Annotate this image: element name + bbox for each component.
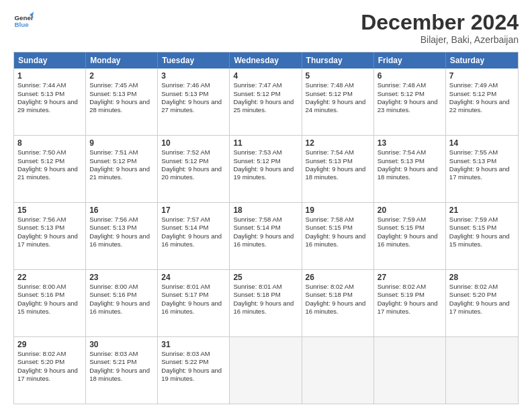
calendar-row-2: 8Sunrise: 7:50 AMSunset: 5:12 PMDaylight… (14, 136, 518, 203)
calendar-cell: 31Sunrise: 8:03 AMSunset: 5:22 PMDayligh… (158, 337, 230, 404)
sunrise-text: Sunrise: 7:59 AM (378, 216, 442, 224)
sunrise-text: Sunrise: 7:45 AM (89, 81, 154, 89)
header-cell-saturday: Saturday (446, 52, 518, 68)
daylight-text: Daylight: 9 hours and 15 minutes. (449, 232, 515, 249)
day-number: 1 (17, 71, 82, 81)
day-number: 9 (89, 138, 154, 148)
daylight-text: Daylight: 9 hours and 20 minutes. (161, 165, 226, 182)
calendar-cell: 21Sunrise: 7:59 AMSunset: 5:15 PMDayligh… (446, 203, 518, 269)
day-number: 18 (233, 205, 298, 215)
sunset-text: Sunset: 5:19 PM (378, 291, 442, 299)
calendar-cell: 5Sunrise: 7:48 AMSunset: 5:12 PMDaylight… (302, 68, 374, 135)
daylight-text: Daylight: 9 hours and 17 minutes. (17, 367, 82, 383)
daylight-text: Daylight: 9 hours and 16 minutes. (161, 232, 226, 249)
calendar-cell: 4Sunrise: 7:47 AMSunset: 5:12 PMDaylight… (230, 68, 302, 135)
calendar-cell: 7Sunrise: 7:49 AMSunset: 5:12 PMDaylight… (446, 68, 518, 135)
sunrise-text: Sunrise: 8:00 AM (17, 283, 82, 291)
calendar-cell: 24Sunrise: 8:01 AMSunset: 5:17 PMDayligh… (158, 270, 230, 336)
sunrise-text: Sunrise: 7:53 AM (233, 148, 298, 156)
calendar-cell (374, 337, 446, 404)
daylight-text: Daylight: 9 hours and 19 minutes. (161, 367, 226, 383)
sunset-text: Sunset: 5:17 PM (161, 291, 226, 299)
sunset-text: Sunset: 5:15 PM (378, 224, 442, 232)
header-cell-sunday: Sunday (14, 52, 86, 68)
calendar-cell: 22Sunrise: 8:00 AMSunset: 5:16 PMDayligh… (14, 270, 86, 336)
day-number: 11 (233, 138, 298, 148)
day-number: 20 (378, 205, 442, 215)
day-number: 8 (17, 138, 82, 148)
daylight-text: Daylight: 9 hours and 17 minutes. (378, 300, 442, 316)
calendar-cell: 14Sunrise: 7:55 AMSunset: 5:13 PMDayligh… (446, 136, 518, 202)
calendar-cell: 26Sunrise: 8:02 AMSunset: 5:18 PMDayligh… (302, 270, 374, 336)
title-block: December 2024 Bilajer, Baki, Azerbaijan (361, 11, 519, 45)
day-number: 3 (161, 71, 226, 81)
svg-text:Blue: Blue (15, 21, 30, 28)
sunrise-text: Sunrise: 7:54 AM (306, 148, 370, 156)
calendar-cell: 6Sunrise: 7:48 AMSunset: 5:12 PMDaylight… (374, 68, 446, 135)
sunrise-text: Sunrise: 8:01 AM (161, 283, 226, 291)
sunrise-text: Sunrise: 8:02 AM (378, 283, 442, 291)
calendar-row-1: 1Sunrise: 7:44 AMSunset: 5:13 PMDaylight… (14, 68, 518, 136)
daylight-text: Daylight: 9 hours and 16 minutes. (89, 232, 154, 249)
sunrise-text: Sunrise: 7:44 AM (17, 81, 82, 89)
daylight-text: Daylight: 9 hours and 25 minutes. (233, 98, 298, 115)
day-number: 10 (161, 138, 226, 148)
day-number: 15 (17, 205, 82, 215)
day-number: 26 (306, 273, 370, 282)
daylight-text: Daylight: 9 hours and 16 minutes. (89, 300, 154, 316)
sunrise-text: Sunrise: 7:46 AM (161, 81, 226, 89)
sunset-text: Sunset: 5:14 PM (233, 224, 298, 232)
sunrise-text: Sunrise: 7:51 AM (89, 148, 154, 156)
sunrise-text: Sunrise: 7:54 AM (378, 148, 442, 156)
day-number: 4 (233, 71, 298, 81)
header-cell-friday: Friday (374, 52, 446, 68)
calendar-cell (302, 337, 374, 404)
calendar-header: SundayMondayTuesdayWednesdayThursdayFrid… (14, 52, 518, 68)
daylight-text: Daylight: 9 hours and 29 minutes. (17, 98, 82, 115)
header-cell-wednesday: Wednesday (230, 52, 302, 68)
logo: General Blue (13, 11, 34, 31)
daylight-text: Daylight: 9 hours and 21 minutes. (17, 165, 82, 182)
day-number: 27 (378, 273, 442, 282)
sunset-text: Sunset: 5:16 PM (17, 291, 82, 299)
sunset-text: Sunset: 5:12 PM (378, 90, 442, 98)
calendar-cell: 13Sunrise: 7:54 AMSunset: 5:13 PMDayligh… (374, 136, 446, 202)
day-number: 25 (233, 273, 298, 282)
day-number: 22 (17, 273, 82, 282)
daylight-text: Daylight: 9 hours and 28 minutes. (89, 98, 154, 115)
sunrise-text: Sunrise: 7:48 AM (306, 81, 370, 89)
daylight-text: Daylight: 9 hours and 15 minutes. (17, 300, 82, 316)
sunrise-text: Sunrise: 8:00 AM (89, 283, 154, 291)
sunrise-text: Sunrise: 8:02 AM (17, 350, 82, 358)
day-number: 29 (17, 340, 82, 349)
daylight-text: Daylight: 9 hours and 27 minutes. (161, 98, 226, 115)
sunrise-text: Sunrise: 8:03 AM (89, 350, 154, 358)
sunset-text: Sunset: 5:22 PM (161, 358, 226, 366)
sunrise-text: Sunrise: 7:52 AM (161, 148, 226, 156)
day-number: 7 (449, 71, 515, 81)
calendar-cell: 1Sunrise: 7:44 AMSunset: 5:13 PMDaylight… (14, 68, 86, 135)
sunrise-text: Sunrise: 7:48 AM (378, 81, 442, 89)
calendar-cell: 30Sunrise: 8:03 AMSunset: 5:21 PMDayligh… (86, 337, 158, 404)
calendar-row-5: 29Sunrise: 8:02 AMSunset: 5:20 PMDayligh… (14, 337, 518, 404)
calendar-cell (230, 337, 302, 404)
sunrise-text: Sunrise: 7:58 AM (306, 216, 370, 224)
sunset-text: Sunset: 5:13 PM (378, 157, 442, 165)
header: General Blue December 2024 Bilajer, Baki… (13, 11, 519, 45)
calendar-cell: 16Sunrise: 7:56 AMSunset: 5:13 PMDayligh… (86, 203, 158, 269)
sunrise-text: Sunrise: 7:56 AM (17, 216, 82, 224)
header-cell-thursday: Thursday (302, 52, 374, 68)
sunset-text: Sunset: 5:12 PM (233, 157, 298, 165)
day-number: 21 (449, 205, 515, 215)
sunrise-text: Sunrise: 7:57 AM (161, 216, 226, 224)
daylight-text: Daylight: 9 hours and 16 minutes. (233, 300, 298, 316)
daylight-text: Daylight: 9 hours and 16 minutes. (306, 232, 370, 249)
daylight-text: Daylight: 9 hours and 23 minutes. (378, 98, 442, 115)
sunrise-text: Sunrise: 7:50 AM (17, 148, 82, 156)
daylight-text: Daylight: 9 hours and 22 minutes. (449, 98, 515, 115)
daylight-text: Daylight: 9 hours and 17 minutes. (449, 165, 515, 182)
calendar-cell: 18Sunrise: 7:58 AMSunset: 5:14 PMDayligh… (230, 203, 302, 269)
calendar-row-3: 15Sunrise: 7:56 AMSunset: 5:13 PMDayligh… (14, 203, 518, 270)
calendar-cell: 28Sunrise: 8:02 AMSunset: 5:20 PMDayligh… (446, 270, 518, 336)
calendar: SundayMondayTuesdayWednesdayThursdayFrid… (13, 52, 519, 404)
